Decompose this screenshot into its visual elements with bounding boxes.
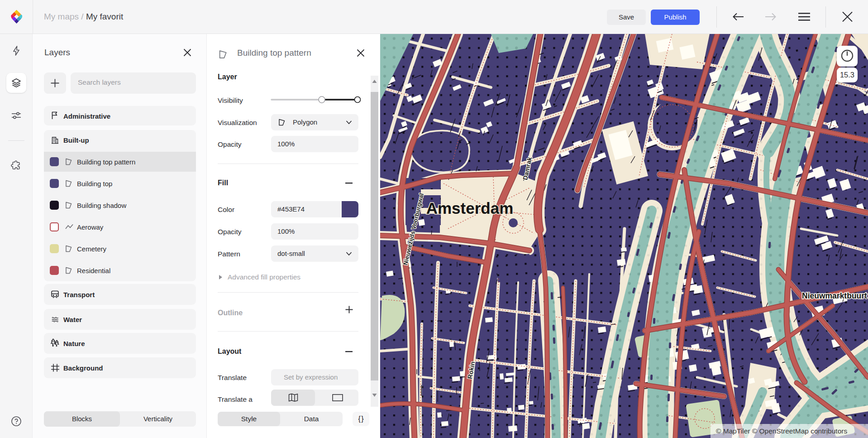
svg-text:Nieuwmarktbuurt: Nieuwmarktbuurt	[802, 291, 867, 300]
svg-text:Amsterdam: Amsterdam	[426, 199, 514, 217]
